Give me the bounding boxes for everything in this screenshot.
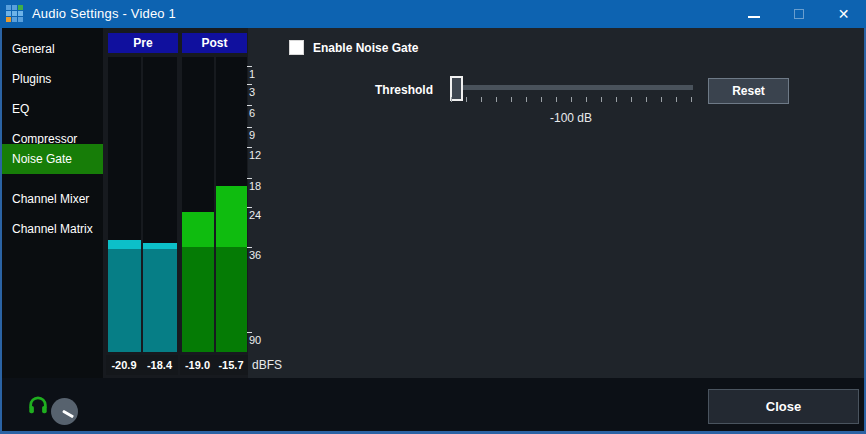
maximize-icon [794,9,804,19]
enable-noise-gate-label: Enable Noise Gate [313,41,418,55]
window-controls: ✕ [731,0,866,28]
db-scale: 13691218243690 [246,57,282,357]
gain-knob[interactable] [51,398,78,425]
window-border-left [0,28,2,434]
maximize-button[interactable] [776,0,821,28]
meter-group-pre-header: Pre [108,33,178,53]
sidebar-item-general[interactable]: General [2,34,103,64]
app-logo-icon [6,5,24,23]
audio-settings-window: Audio Settings - Video 1 ✕ General Plugi… [0,0,866,434]
meter-bar-post-right [216,57,247,352]
sidebar-item-eq[interactable]: EQ [2,94,103,124]
meter-value-post-left: -19.0 [180,355,215,375]
dbfs-unit-label: dBFS [252,355,282,375]
close-window-button[interactable]: ✕ [821,0,866,28]
minimize-button[interactable] [731,0,776,28]
threshold-label: Threshold [333,83,433,97]
audio-meters-panel: Pre Post -20.9 -18.4 -19.0 -15.7 [103,28,248,378]
meter-bar-pre-left [108,57,141,352]
sidebar-item-channel-mixer[interactable]: Channel Mixer [2,184,103,214]
enable-noise-gate-checkbox[interactable] [289,40,304,55]
footer-bar: Close [2,378,864,431]
meter-bar-post-left [182,57,214,352]
knob-needle-icon [62,410,74,419]
meter-value-pre-left: -20.9 [106,355,142,375]
sidebar-item-noise-gate[interactable]: Noise Gate [2,144,103,174]
reset-button[interactable]: Reset [708,78,789,104]
titlebar: Audio Settings - Video 1 ✕ [0,0,866,28]
threshold-value: -100 dB [521,111,621,125]
meter-group-post-header: Post [182,33,247,53]
close-button[interactable]: Close [708,389,859,424]
threshold-slider-track[interactable] [463,85,693,90]
minimize-icon [748,16,760,18]
meter-value-pre-right: -18.4 [141,355,178,375]
headphones-icon[interactable] [27,395,49,417]
meter-value-post-right: -15.7 [214,355,248,375]
sidebar-item-channel-matrix[interactable]: Channel Matrix [2,214,103,244]
sidebar-item-plugins[interactable]: Plugins [2,64,103,94]
window-title: Audio Settings - Video 1 [32,6,176,21]
sidebar: General Plugins EQ Compressor Noise Gate… [2,28,103,378]
meter-bar-pre-right [143,57,177,352]
